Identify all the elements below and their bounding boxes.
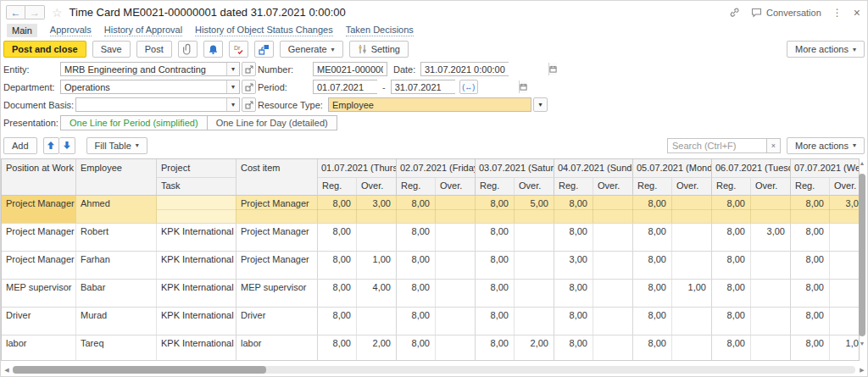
generate-button[interactable]: Generate ▾ <box>280 41 343 58</box>
department-open-button[interactable] <box>242 80 256 94</box>
entity-input[interactable] <box>61 63 226 75</box>
cell-reg-hours[interactable]: 8,00 <box>791 280 830 307</box>
tab-history-of-object-status-changes[interactable]: History of Object Status Changes <box>195 25 333 36</box>
fill-table-button[interactable]: Fill Table ▾ <box>86 137 147 154</box>
cell-over-hours[interactable] <box>593 224 633 251</box>
calendar-icon[interactable] <box>519 80 527 93</box>
cell-reg-hours[interactable]: 8,00 <box>712 224 751 251</box>
cell-reg-hours[interactable]: 8,00 <box>476 252 515 279</box>
attachments-button[interactable] <box>178 41 198 58</box>
cell-over-hours[interactable] <box>515 252 554 279</box>
scroll-down-icon[interactable]: ▼ <box>858 340 866 348</box>
cell-project-task[interactable] <box>157 196 236 223</box>
decisions-button[interactable]: Dr <box>229 41 248 58</box>
cell-over-hours[interactable] <box>593 280 633 307</box>
cell-reg-hours[interactable]: 8,00 <box>554 196 593 223</box>
cell-reg-hours[interactable]: 8,00 <box>712 196 751 223</box>
cell-over-hours[interactable] <box>515 224 554 251</box>
document-basis-dropdown-icon[interactable]: ▾ <box>226 98 239 111</box>
table-row[interactable]: laborTareqKPK International - W...labor8… <box>2 335 860 361</box>
cell-employee[interactable]: Tareq <box>76 335 157 361</box>
cell-employee[interactable]: Robert <box>76 224 157 251</box>
cell-over-hours[interactable] <box>751 335 791 361</box>
cell-reg-hours[interactable]: 8,00 <box>554 335 593 361</box>
cell-reg-hours[interactable]: 8,00 <box>397 335 436 361</box>
cell-position[interactable]: Project Manager <box>2 252 76 279</box>
forward-button[interactable]: → <box>25 5 45 19</box>
cell-over-hours[interactable]: 5,00 <box>515 196 554 223</box>
period-to-input[interactable] <box>392 80 519 93</box>
structure-button[interactable] <box>254 41 274 58</box>
cell-over-hours[interactable] <box>672 308 712 335</box>
save-button[interactable]: Save <box>92 41 131 58</box>
calendar-icon[interactable] <box>548 63 557 75</box>
cell-project-task[interactable]: KPK International - W... <box>157 280 236 307</box>
cell-over-hours[interactable] <box>593 196 633 223</box>
tab-main[interactable]: Main <box>7 24 37 37</box>
cell-position[interactable]: labor <box>2 335 76 361</box>
entity-dropdown-icon[interactable]: ▾ <box>226 63 239 75</box>
cell-over-hours[interactable] <box>436 196 476 223</box>
cell-over-hours[interactable] <box>830 224 860 251</box>
cell-over-hours[interactable] <box>830 308 860 335</box>
close-icon[interactable]: × <box>854 6 860 19</box>
cell-reg-hours[interactable]: 8,00 <box>397 308 436 335</box>
cell-over-hours[interactable]: 1,00 <box>672 280 712 307</box>
cell-employee[interactable]: Ahmed <box>76 196 157 223</box>
cell-reg-hours[interactable]: 8,00 <box>476 280 515 307</box>
cell-over-hours[interactable] <box>436 335 476 361</box>
cell-over-hours[interactable] <box>830 252 860 279</box>
tab-taken-decisions[interactable]: Taken Decisions <box>346 25 414 36</box>
entity-open-button[interactable] <box>242 62 256 76</box>
vertical-scrollbar-thumb[interactable] <box>859 174 865 336</box>
scroll-up-icon[interactable]: ▲ <box>858 159 866 168</box>
back-button[interactable]: ← <box>6 5 25 19</box>
cell-reg-hours[interactable]: 8,00 <box>318 252 357 279</box>
table-more-actions-button[interactable]: More actions ▾ <box>787 137 865 154</box>
cell-over-hours[interactable]: 4,00 <box>357 280 397 307</box>
cell-over-hours[interactable]: 3,00 <box>357 196 397 223</box>
move-up-button[interactable] <box>43 137 59 154</box>
date-input[interactable] <box>421 63 548 75</box>
cell-reg-hours[interactable]: 8,00 <box>554 224 593 251</box>
department-dropdown-icon[interactable]: ▾ <box>226 80 239 93</box>
presentation-option-period[interactable]: One Line for Period (simplified) <box>60 115 208 130</box>
cell-reg-hours[interactable]: 8,00 <box>476 224 515 251</box>
cell-cost-item[interactable]: Project Manager <box>236 196 318 223</box>
cell-over-hours[interactable]: 3,00 <box>751 224 791 251</box>
cell-cost-item[interactable]: MEP supervisor <box>236 280 318 307</box>
cell-project-task[interactable]: KPK International - W... <box>157 335 236 361</box>
post-button[interactable]: Post <box>136 41 172 58</box>
cell-reg-hours[interactable]: 8,00 <box>712 252 751 279</box>
table-row[interactable]: Project ManagerAhmedProject Manager8,003… <box>2 196 860 224</box>
cell-reg-hours[interactable]: 8,00 <box>633 252 672 279</box>
cell-reg-hours[interactable]: 8,00 <box>791 196 830 223</box>
cell-reg-hours[interactable]: 8,00 <box>318 308 357 335</box>
cell-over-hours[interactable] <box>751 280 791 307</box>
cell-over-hours[interactable]: 2,00 <box>357 335 397 361</box>
table-row[interactable]: MEP supervisorBabarKPK International - W… <box>2 280 860 308</box>
presentation-option-day[interactable]: One Line for Day (detailed) <box>208 115 337 130</box>
reminder-button[interactable] <box>203 41 223 58</box>
cell-reg-hours[interactable]: 8,00 <box>712 280 751 307</box>
cell-reg-hours[interactable]: 8,00 <box>476 335 515 361</box>
cell-over-hours[interactable] <box>593 252 633 279</box>
table-row[interactable]: Project ManagerFarhanKPK International -… <box>2 252 860 280</box>
cell-reg-hours[interactable]: 8,00 <box>712 308 751 335</box>
post-and-close-button[interactable]: Post and close <box>3 41 86 58</box>
standard-period-button[interactable]: (↔) <box>459 80 478 94</box>
cell-reg-hours[interactable]: 8,00 <box>397 280 436 307</box>
cell-reg-hours[interactable]: 8,00 <box>476 308 515 335</box>
cell-cost-item[interactable]: Driver <box>236 308 318 335</box>
cell-project-task[interactable]: KPK International - W... <box>157 308 236 335</box>
scroll-right-icon[interactable]: ▶ <box>858 366 866 374</box>
cell-reg-hours[interactable]: 8,00 <box>633 280 672 307</box>
cell-over-hours[interactable]: 2,00 <box>515 335 554 361</box>
cell-over-hours[interactable] <box>672 196 712 223</box>
resource-type-dropdown-button[interactable]: ▾ <box>533 97 548 112</box>
cell-reg-hours[interactable]: 8,00 <box>318 196 357 223</box>
cell-over-hours[interactable] <box>436 280 476 307</box>
cell-cost-item[interactable]: labor <box>236 335 318 361</box>
cell-project-task[interactable]: KPK International - W... <box>157 252 236 279</box>
cell-employee[interactable]: Farhan <box>76 252 157 279</box>
